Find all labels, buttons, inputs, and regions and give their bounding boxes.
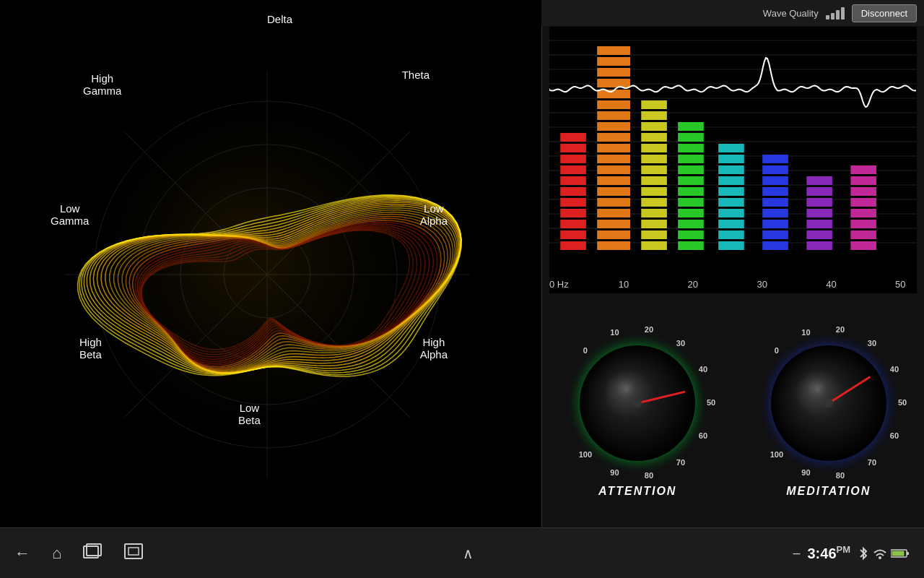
- attention-gauge-canvas: [551, 313, 724, 479]
- signal-bar-3: [836, 10, 840, 20]
- label-high-gamma: HighGamma: [83, 72, 121, 97]
- svg-rect-3: [128, 548, 139, 555]
- recents-button[interactable]: [83, 543, 102, 564]
- attention-label: ATTENTION: [598, 485, 676, 498]
- spectrum-canvas: [549, 26, 917, 293]
- nav-left: ← ⌂: [14, 543, 144, 564]
- back-button[interactable]: ←: [14, 544, 30, 563]
- wave-quality-label: Wave Quality: [763, 8, 819, 19]
- bluetooth-icon: [858, 546, 869, 561]
- attention-gauge-container: ATTENTION: [551, 313, 724, 515]
- svg-rect-7: [892, 551, 905, 556]
- navigation-bar: ← ⌂ ∧ – 3:46PM: [0, 527, 924, 578]
- home-button[interactable]: ⌂: [52, 544, 61, 563]
- right-panel: Wave Quality Disconnect ATTENTION MEDITA…: [541, 0, 924, 527]
- am-pm: PM: [837, 544, 851, 555]
- brain-wave-canvas: [0, 0, 541, 527]
- signal-bar-1: [826, 15, 829, 20]
- signal-bar-2: [831, 13, 834, 20]
- label-low-gamma: LowGamma: [51, 202, 89, 227]
- wave-quality-bar: Wave Quality Disconnect: [541, 0, 924, 26]
- signal-bars: [826, 7, 845, 20]
- signal-bar-4: [841, 7, 845, 20]
- nav-center: ∧: [463, 545, 474, 562]
- spectrum-area: [549, 26, 917, 293]
- meditation-gauge-canvas: [742, 313, 915, 479]
- meditation-label: MEDITATION: [786, 485, 871, 498]
- time-value: 3:46: [807, 545, 836, 561]
- svg-point-4: [879, 556, 881, 559]
- label-low-alpha: LowAlpha: [420, 202, 448, 227]
- label-theta: Theta: [402, 69, 430, 81]
- label-high-beta: HighBeta: [79, 336, 102, 361]
- time-display: 3:46PM: [807, 544, 850, 562]
- screenshot-button[interactable]: [123, 543, 144, 564]
- screenshot-icon: [123, 543, 144, 560]
- status-icons: [858, 546, 910, 561]
- meditation-gauge-container: MEDITATION: [742, 313, 915, 515]
- gauges-area: ATTENTION MEDITATION: [542, 300, 924, 527]
- disconnect-button[interactable]: Disconnect: [852, 4, 917, 22]
- brain-visualization-panel: Delta Theta HighGamma LowAlpha LowGamma …: [0, 0, 541, 527]
- label-low-beta: LowBeta: [238, 402, 261, 426]
- recents-icon: [83, 543, 102, 559]
- wifi-icon: [873, 547, 887, 560]
- svg-rect-2: [125, 544, 142, 558]
- nav-right: – 3:46PM: [793, 544, 910, 562]
- minus-sign: –: [793, 545, 800, 561]
- label-high-alpha: HighAlpha: [420, 336, 448, 361]
- label-delta: Delta: [267, 13, 292, 25]
- svg-rect-6: [907, 552, 909, 555]
- battery-icon: [891, 548, 910, 558]
- up-button[interactable]: ∧: [463, 545, 474, 562]
